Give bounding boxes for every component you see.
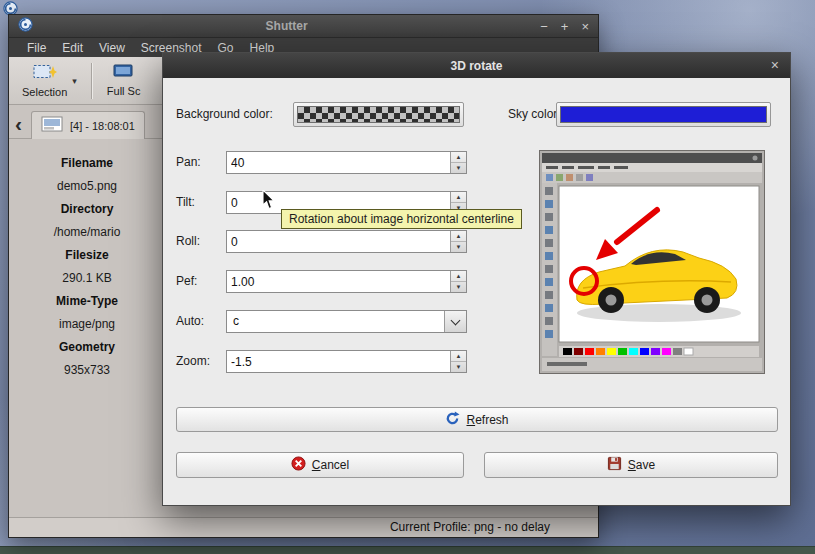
geometry-label: Geometry [9,336,165,359]
refresh-label: Refresh [466,413,508,427]
toolbar-separator [91,63,93,99]
save-icon [607,456,622,474]
menu-edit[interactable]: Edit [54,40,91,56]
sky-color-label: Sky color: [508,107,561,122]
spin-down-icon[interactable]: ▼ [451,242,466,252]
pan-input[interactable] [227,152,450,173]
filename-label: Filename [9,152,165,175]
roll-label: Roll: [176,234,200,249]
spin-down-icon[interactable]: ▼ [451,362,466,372]
cancel-label: Cancel [312,458,349,472]
session-tab-label: [4] - 18:08:01 [70,120,135,132]
auto-label: Auto: [176,314,204,329]
selection-icon [33,63,57,84]
cancel-icon [291,456,306,474]
refresh-icon [445,411,460,429]
pan-label: Pan: [176,155,201,170]
cancel-button[interactable]: Cancel [176,452,464,478]
fullscreen-button[interactable]: Full Sc [102,62,146,99]
spin-up-icon[interactable]: ▲ [451,351,466,362]
spin-up-icon[interactable]: ▲ [451,192,466,203]
statusbar: Current Profile: png - no delay [9,517,598,537]
selection-label: Selection [22,86,67,98]
directory-label: Directory [9,198,165,221]
maximize-button[interactable]: + [561,16,569,37]
pef-spinner[interactable]: ▲ ▼ [226,270,467,293]
pan-spinner[interactable]: ▲ ▼ [226,151,467,174]
auto-combobox-value: c [227,311,444,332]
background-color-button[interactable] [293,102,464,127]
combobox-dropdown-button[interactable] [444,311,466,332]
preview-image [539,150,765,374]
zoom-input[interactable] [227,351,450,372]
window-title: Shutter [33,19,540,33]
save-label: Save [628,458,655,472]
current-profile-text: Current Profile: png - no delay [390,520,550,534]
spin-down-icon[interactable]: ▼ [451,282,466,292]
minimize-button[interactable]: − [540,16,548,37]
dialog-close-button[interactable]: × [771,53,779,77]
roll-input[interactable] [227,231,450,252]
thumbnail-icon [41,116,63,136]
3d-rotate-dialog: 3D rotate × Background color: Sky color:… [162,52,791,506]
chevron-down-icon [451,315,461,325]
menu-view[interactable]: View [91,40,133,56]
tooltip: Rotation about image horizontal centerli… [281,209,522,229]
window-titlebar[interactable]: Shutter − + × [9,15,598,38]
fullscreen-label: Full Sc [107,85,141,97]
tilt-label: Tilt: [176,195,195,210]
window-icon [18,17,33,36]
filesize-value: 290.1 KB [9,267,165,290]
previous-tab-button[interactable]: ‹ [15,111,22,137]
mouse-cursor-icon [262,190,276,214]
roll-spinner[interactable]: ▲ ▼ [226,230,467,253]
menu-file[interactable]: File [19,40,54,56]
fullscreen-icon [113,64,135,83]
refresh-button[interactable]: Refresh [176,407,778,432]
pef-input[interactable] [227,271,450,292]
filesize-label: Filesize [9,244,165,267]
sky-color-swatch [560,106,767,123]
chevron-down-icon[interactable]: ▾ [72,76,77,86]
spin-up-icon[interactable]: ▲ [451,271,466,282]
dialog-title: 3D rotate [450,59,502,73]
dialog-titlebar[interactable]: 3D rotate × [163,53,790,78]
spin-up-icon[interactable]: ▲ [451,231,466,242]
dialog-body: Background color: Sky color: Pan: ▲ ▼ Ti… [163,78,790,505]
session-tab[interactable]: [4] - 18:08:01 [31,111,145,139]
background-color-label: Background color: [176,107,273,122]
geometry-value: 935x733 [9,359,165,382]
spin-up-icon[interactable]: ▲ [451,152,466,163]
desktop: Shutter − + × File Edit View Screenshot … [0,0,815,554]
mimetype-value: image/png [9,313,165,336]
zoom-spinner[interactable]: ▲ ▼ [226,350,467,373]
save-button[interactable]: Save [484,452,778,478]
background-color-swatch [297,106,460,123]
spin-down-icon[interactable]: ▼ [451,163,466,173]
sky-color-button[interactable] [556,102,771,127]
auto-combobox[interactable]: c [226,310,467,333]
zoom-label: Zoom: [176,354,210,369]
directory-value: /home/mario [9,221,165,244]
close-button[interactable]: × [581,16,589,37]
taskbar-strip [0,546,815,554]
mimetype-label: Mime-Type [9,290,165,313]
selection-button[interactable]: Selection ▾ [17,61,82,100]
file-info-panel: Filename demo5.png Directory /home/mario… [9,139,165,517]
pef-label: Pef: [176,274,197,289]
filename-value: demo5.png [9,175,165,198]
